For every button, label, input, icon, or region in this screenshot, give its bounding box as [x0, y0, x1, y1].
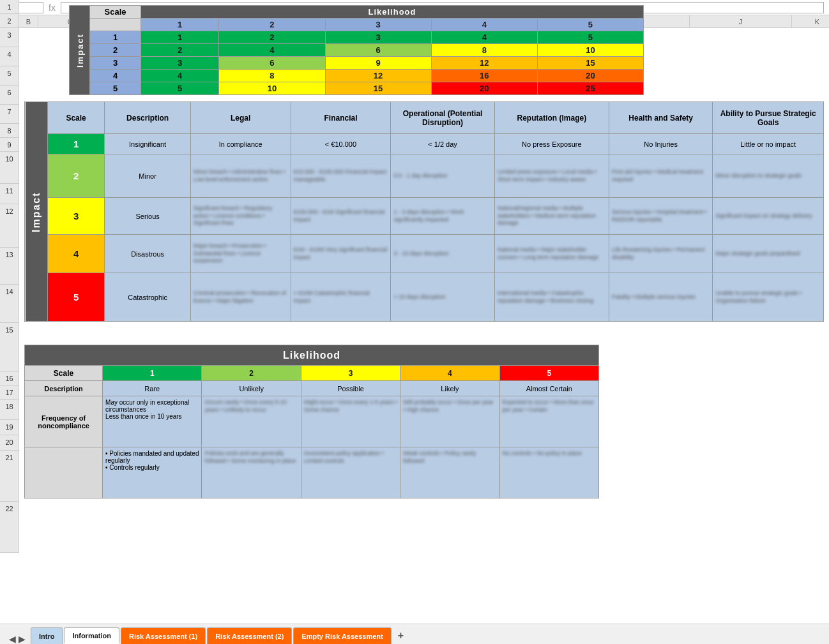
row-6: 6	[0, 86, 19, 105]
ability-4-cell: Major strategic goals jeopardised	[713, 235, 824, 273]
cell-1-5[interactable]: 5	[537, 31, 643, 44]
cell-1-1[interactable]: 1	[141, 31, 219, 44]
desc-2-cell: Minor	[105, 154, 190, 198]
tab-information[interactable]: Information	[64, 627, 119, 644]
impact-description-section: Impact Scale Description Legal Financial…	[24, 101, 824, 322]
cell-3-3[interactable]: 9	[325, 57, 431, 70]
spreadsheet-content[interactable]: 1 2 3 4 5 6 7 8 9 10 11 12 13 14 15 16 1…	[0, 0, 829, 624]
row-22: 22	[0, 502, 19, 553]
impact-row-4: 4	[90, 70, 141, 82]
scale-2-cell: 2	[47, 154, 105, 198]
row-9: 9	[0, 138, 19, 152]
cell-2-5[interactable]: 10	[537, 44, 643, 57]
lh-num-2: 2	[219, 19, 325, 31]
legal-5-cell: Criminal prosecution • Revocation of lic…	[190, 273, 291, 322]
cell-5-1[interactable]: 5	[141, 82, 219, 95]
reputation-5-cell: International media • Catastrophic reput…	[494, 273, 609, 322]
tab-intro-label: Intro	[39, 633, 54, 640]
cell-5-5[interactable]: 25	[537, 82, 643, 95]
lh-scale-5: 5	[499, 366, 598, 381]
cell-4-5[interactable]: 20	[537, 70, 643, 82]
cell-5-4[interactable]: 20	[431, 82, 537, 95]
lh-scale-label: Scale	[25, 366, 103, 381]
tab-empty-label: Empty Risk Assessment	[301, 633, 383, 640]
row-17: 17	[0, 386, 19, 400]
impact-row-1: 1	[90, 31, 141, 44]
col-ability-header: Ability to Pursue Strategic Goals	[713, 102, 824, 134]
operational-4-cell: 3 - 10 days disruption	[391, 235, 494, 273]
likelihood-bottom-section: Likelihood Scale 1 2 3 4 5	[24, 345, 824, 498]
freq-4: Will probably occur • Once per year • Hi…	[400, 396, 499, 447]
tab-empty-risk[interactable]: Empty Risk Assessment	[293, 627, 391, 644]
cell-2-1[interactable]: 2	[141, 44, 219, 57]
freq-label: Frequency ofnoncompliance	[25, 396, 103, 447]
controls-label	[25, 447, 103, 498]
lh-desc-2: Unlikely	[202, 381, 301, 396]
ability-1-cell: Little or no impact	[713, 134, 824, 154]
controls-2: Policies exist and are generally followe…	[202, 447, 301, 498]
cell-5-2[interactable]: 10	[219, 82, 325, 95]
cell-3-4[interactable]: 12	[431, 57, 537, 70]
lh-desc-label: Description	[25, 381, 103, 396]
row-18: 18	[0, 400, 19, 420]
scroll-left-arrow[interactable]: ◀	[9, 634, 16, 644]
tab-scroll-arrows[interactable]: ◀ ▶	[5, 634, 29, 644]
cell-3-5[interactable]: 15	[537, 57, 643, 70]
desc-1-cell: Insignificant	[105, 134, 190, 154]
col-reputation-header: Reputation (Image)	[494, 102, 609, 134]
cell-5-3[interactable]: 15	[325, 82, 431, 95]
cell-1-2[interactable]: 2	[219, 31, 325, 44]
cell-3-1[interactable]: 3	[141, 57, 219, 70]
legal-1-cell: In compliance	[190, 134, 291, 154]
row-2: 2	[0, 14, 19, 28]
tab-risk1[interactable]: Risk Assessment (1)	[121, 627, 206, 644]
scroll-right-arrow[interactable]: ▶	[19, 634, 26, 644]
operational-1-cell: < 1/2 day	[391, 134, 494, 154]
scale-4-cell: 4	[47, 235, 105, 273]
row-20: 20	[0, 435, 19, 451]
row-19: 19	[0, 420, 19, 435]
tab-risk2[interactable]: Risk Assessment (2)	[207, 627, 292, 644]
tab-add-button[interactable]: +	[393, 627, 409, 644]
cell-4-3[interactable]: 12	[325, 70, 431, 82]
cell-2-3[interactable]: 6	[325, 44, 431, 57]
col-legal-header: Legal	[190, 102, 291, 134]
matrix-scale-sublabel	[90, 19, 141, 31]
cell-1-4[interactable]: 4	[431, 31, 537, 44]
desc-4-cell: Disastrous	[105, 235, 190, 273]
cell-3-2[interactable]: 6	[219, 57, 325, 70]
row-15: 15	[0, 323, 19, 371]
lh-num-4: 4	[431, 19, 537, 31]
scale-5-cell: 5	[47, 273, 105, 322]
controls-4: Weak controls • Policy rarely followed	[400, 447, 499, 498]
cell-2-4[interactable]: 8	[431, 44, 537, 57]
tab-information-label: Information	[72, 632, 111, 640]
cell-4-2[interactable]: 8	[219, 70, 325, 82]
ability-3-cell: Significant impact on strategy delivery	[713, 198, 824, 235]
scale-1-cell: 1	[47, 134, 105, 154]
col-scale-header: Scale	[47, 102, 105, 134]
reputation-2-cell: Limited press exposure • Local media • S…	[494, 154, 609, 198]
lh-desc-1: Rare	[103, 381, 202, 396]
likelihood-header: Likelihood	[141, 6, 644, 19]
legal-4-cell: Major breach • Prosecution • Substantial…	[190, 235, 291, 273]
cell-1-3[interactable]: 3	[325, 31, 431, 44]
row-10: 10	[0, 152, 19, 184]
reputation-4-cell: National media • Major stakeholder conce…	[494, 235, 609, 273]
row-4: 4	[0, 47, 19, 66]
col-desc-header: Description	[105, 102, 190, 134]
cell-2-2[interactable]: 4	[219, 44, 325, 57]
tab-intro[interactable]: Intro	[31, 627, 63, 644]
cell-4-1[interactable]: 4	[141, 70, 219, 82]
reputation-1-cell: No press Exposure	[494, 134, 609, 154]
financial-5-cell: > €10M Catastrophic financial impact	[291, 273, 391, 322]
health-1-cell: No Injuries	[609, 134, 712, 154]
matrix-scale-header: Scale	[90, 6, 141, 19]
desc-3-cell: Serious	[105, 198, 190, 235]
cell-4-4[interactable]: 16	[431, 70, 537, 82]
controls-5: No controls • No policy in place	[499, 447, 598, 498]
operational-2-cell: 0.5 - 1 day disruption	[391, 154, 494, 198]
impact-description-table: Impact Scale Description Legal Financial…	[24, 101, 824, 322]
lh-scale-2: 2	[202, 366, 301, 381]
controls-3: Inconsistent policy application • Limite…	[301, 447, 400, 498]
